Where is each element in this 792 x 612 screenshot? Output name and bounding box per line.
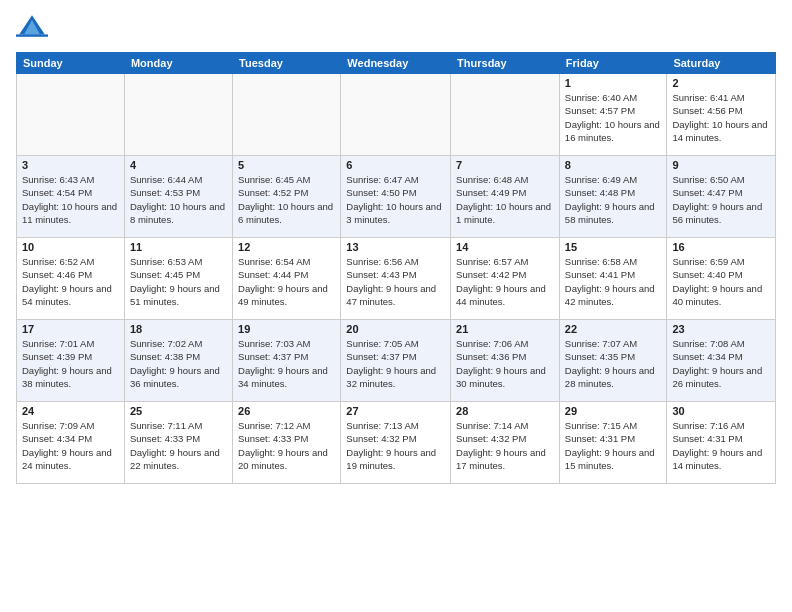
weekday-header-saturday: Saturday [667, 53, 776, 74]
day-info: Sunrise: 6:40 AM Sunset: 4:57 PM Dayligh… [565, 91, 662, 144]
weekday-header-monday: Monday [124, 53, 232, 74]
weekday-header-friday: Friday [559, 53, 667, 74]
day-cell: 21Sunrise: 7:06 AM Sunset: 4:36 PM Dayli… [451, 320, 560, 402]
day-info: Sunrise: 7:03 AM Sunset: 4:37 PM Dayligh… [238, 337, 335, 390]
day-info: Sunrise: 7:09 AM Sunset: 4:34 PM Dayligh… [22, 419, 119, 472]
day-number: 10 [22, 241, 119, 253]
day-cell: 29Sunrise: 7:15 AM Sunset: 4:31 PM Dayli… [559, 402, 667, 484]
week-row-3: 10Sunrise: 6:52 AM Sunset: 4:46 PM Dayli… [17, 238, 776, 320]
logo [16, 12, 52, 44]
day-number: 19 [238, 323, 335, 335]
day-info: Sunrise: 6:56 AM Sunset: 4:43 PM Dayligh… [346, 255, 445, 308]
day-info: Sunrise: 6:43 AM Sunset: 4:54 PM Dayligh… [22, 173, 119, 226]
day-number: 9 [672, 159, 770, 171]
day-cell [124, 74, 232, 156]
day-number: 11 [130, 241, 227, 253]
day-info: Sunrise: 6:52 AM Sunset: 4:46 PM Dayligh… [22, 255, 119, 308]
day-info: Sunrise: 7:01 AM Sunset: 4:39 PM Dayligh… [22, 337, 119, 390]
day-cell: 24Sunrise: 7:09 AM Sunset: 4:34 PM Dayli… [17, 402, 125, 484]
day-cell [233, 74, 341, 156]
day-info: Sunrise: 6:49 AM Sunset: 4:48 PM Dayligh… [565, 173, 662, 226]
day-number: 13 [346, 241, 445, 253]
day-number: 28 [456, 405, 554, 417]
day-cell: 2Sunrise: 6:41 AM Sunset: 4:56 PM Daylig… [667, 74, 776, 156]
calendar: SundayMondayTuesdayWednesdayThursdayFrid… [16, 52, 776, 484]
week-row-2: 3Sunrise: 6:43 AM Sunset: 4:54 PM Daylig… [17, 156, 776, 238]
week-row-1: 1Sunrise: 6:40 AM Sunset: 4:57 PM Daylig… [17, 74, 776, 156]
day-info: Sunrise: 6:47 AM Sunset: 4:50 PM Dayligh… [346, 173, 445, 226]
day-number: 20 [346, 323, 445, 335]
day-cell: 6Sunrise: 6:47 AM Sunset: 4:50 PM Daylig… [341, 156, 451, 238]
day-number: 22 [565, 323, 662, 335]
day-info: Sunrise: 6:44 AM Sunset: 4:53 PM Dayligh… [130, 173, 227, 226]
day-info: Sunrise: 7:11 AM Sunset: 4:33 PM Dayligh… [130, 419, 227, 472]
day-info: Sunrise: 7:16 AM Sunset: 4:31 PM Dayligh… [672, 419, 770, 472]
day-info: Sunrise: 6:48 AM Sunset: 4:49 PM Dayligh… [456, 173, 554, 226]
day-cell: 12Sunrise: 6:54 AM Sunset: 4:44 PM Dayli… [233, 238, 341, 320]
day-info: Sunrise: 7:12 AM Sunset: 4:33 PM Dayligh… [238, 419, 335, 472]
day-number: 29 [565, 405, 662, 417]
day-number: 7 [456, 159, 554, 171]
day-cell [341, 74, 451, 156]
day-info: Sunrise: 7:06 AM Sunset: 4:36 PM Dayligh… [456, 337, 554, 390]
day-cell: 25Sunrise: 7:11 AM Sunset: 4:33 PM Dayli… [124, 402, 232, 484]
day-number: 3 [22, 159, 119, 171]
day-cell: 15Sunrise: 6:58 AM Sunset: 4:41 PM Dayli… [559, 238, 667, 320]
day-number: 4 [130, 159, 227, 171]
day-cell: 30Sunrise: 7:16 AM Sunset: 4:31 PM Dayli… [667, 402, 776, 484]
day-info: Sunrise: 6:50 AM Sunset: 4:47 PM Dayligh… [672, 173, 770, 226]
page: SundayMondayTuesdayWednesdayThursdayFrid… [0, 0, 792, 612]
day-cell [451, 74, 560, 156]
day-number: 30 [672, 405, 770, 417]
day-number: 1 [565, 77, 662, 89]
day-info: Sunrise: 7:08 AM Sunset: 4:34 PM Dayligh… [672, 337, 770, 390]
day-number: 21 [456, 323, 554, 335]
weekday-header-row: SundayMondayTuesdayWednesdayThursdayFrid… [17, 53, 776, 74]
day-number: 14 [456, 241, 554, 253]
weekday-header-sunday: Sunday [17, 53, 125, 74]
day-cell: 1Sunrise: 6:40 AM Sunset: 4:57 PM Daylig… [559, 74, 667, 156]
day-cell: 18Sunrise: 7:02 AM Sunset: 4:38 PM Dayli… [124, 320, 232, 402]
day-number: 25 [130, 405, 227, 417]
week-row-4: 17Sunrise: 7:01 AM Sunset: 4:39 PM Dayli… [17, 320, 776, 402]
day-number: 15 [565, 241, 662, 253]
day-number: 26 [238, 405, 335, 417]
day-cell: 28Sunrise: 7:14 AM Sunset: 4:32 PM Dayli… [451, 402, 560, 484]
day-info: Sunrise: 7:07 AM Sunset: 4:35 PM Dayligh… [565, 337, 662, 390]
day-cell: 9Sunrise: 6:50 AM Sunset: 4:47 PM Daylig… [667, 156, 776, 238]
day-number: 5 [238, 159, 335, 171]
day-number: 16 [672, 241, 770, 253]
header [16, 12, 776, 44]
day-cell: 23Sunrise: 7:08 AM Sunset: 4:34 PM Dayli… [667, 320, 776, 402]
week-row-5: 24Sunrise: 7:09 AM Sunset: 4:34 PM Dayli… [17, 402, 776, 484]
day-info: Sunrise: 6:57 AM Sunset: 4:42 PM Dayligh… [456, 255, 554, 308]
day-number: 17 [22, 323, 119, 335]
day-info: Sunrise: 6:53 AM Sunset: 4:45 PM Dayligh… [130, 255, 227, 308]
day-number: 27 [346, 405, 445, 417]
day-cell: 4Sunrise: 6:44 AM Sunset: 4:53 PM Daylig… [124, 156, 232, 238]
day-number: 8 [565, 159, 662, 171]
day-cell [17, 74, 125, 156]
day-cell: 19Sunrise: 7:03 AM Sunset: 4:37 PM Dayli… [233, 320, 341, 402]
day-info: Sunrise: 7:02 AM Sunset: 4:38 PM Dayligh… [130, 337, 227, 390]
day-info: Sunrise: 6:58 AM Sunset: 4:41 PM Dayligh… [565, 255, 662, 308]
logo-icon [16, 12, 48, 44]
day-cell: 5Sunrise: 6:45 AM Sunset: 4:52 PM Daylig… [233, 156, 341, 238]
day-cell: 13Sunrise: 6:56 AM Sunset: 4:43 PM Dayli… [341, 238, 451, 320]
day-cell: 3Sunrise: 6:43 AM Sunset: 4:54 PM Daylig… [17, 156, 125, 238]
day-cell: 22Sunrise: 7:07 AM Sunset: 4:35 PM Dayli… [559, 320, 667, 402]
day-cell: 8Sunrise: 6:49 AM Sunset: 4:48 PM Daylig… [559, 156, 667, 238]
day-info: Sunrise: 6:45 AM Sunset: 4:52 PM Dayligh… [238, 173, 335, 226]
day-number: 6 [346, 159, 445, 171]
day-info: Sunrise: 7:05 AM Sunset: 4:37 PM Dayligh… [346, 337, 445, 390]
day-cell: 14Sunrise: 6:57 AM Sunset: 4:42 PM Dayli… [451, 238, 560, 320]
day-number: 12 [238, 241, 335, 253]
day-info: Sunrise: 6:54 AM Sunset: 4:44 PM Dayligh… [238, 255, 335, 308]
day-info: Sunrise: 7:13 AM Sunset: 4:32 PM Dayligh… [346, 419, 445, 472]
day-number: 18 [130, 323, 227, 335]
svg-rect-2 [16, 34, 48, 36]
day-cell: 11Sunrise: 6:53 AM Sunset: 4:45 PM Dayli… [124, 238, 232, 320]
day-number: 24 [22, 405, 119, 417]
day-info: Sunrise: 6:41 AM Sunset: 4:56 PM Dayligh… [672, 91, 770, 144]
day-info: Sunrise: 7:15 AM Sunset: 4:31 PM Dayligh… [565, 419, 662, 472]
